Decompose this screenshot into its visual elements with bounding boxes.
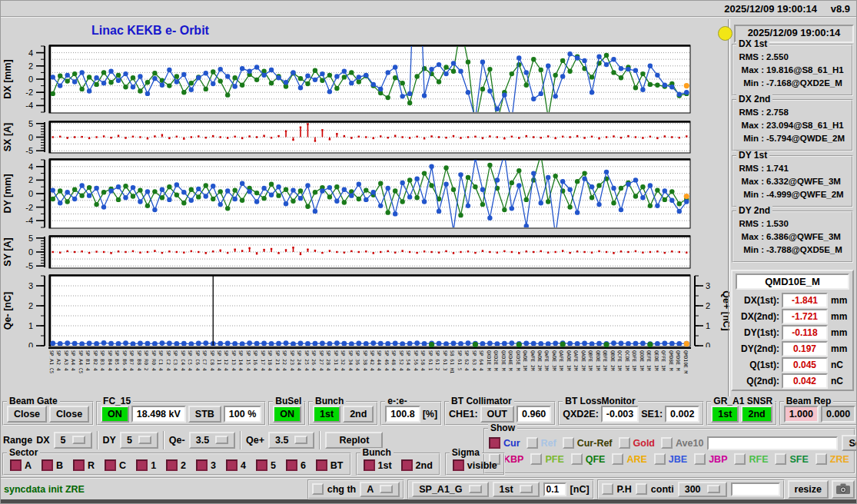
- points-select[interactable]: 300: [678, 482, 727, 497]
- sector-option: R: [73, 459, 95, 471]
- bunch-2nd-button[interactable]: 2nd: [343, 406, 374, 423]
- range-dy-select[interactable]: 5: [120, 432, 158, 449]
- bunch-checkbox[interactable]: [401, 459, 413, 471]
- ee-ratio-value: 100.8: [385, 406, 420, 423]
- chg-th-checkbox[interactable]: [312, 483, 324, 495]
- gr-a1-2nd-button[interactable]: 2nd: [741, 406, 772, 423]
- svg-text:5: 5: [28, 235, 33, 243]
- fc15-on-button[interactable]: ON: [101, 406, 129, 423]
- threshold-input[interactable]: [543, 482, 566, 496]
- bpm-label: QDFE_1M: [632, 350, 637, 395]
- beamline-checkbox[interactable]: [571, 453, 583, 465]
- fc15-percent-value: 100 %: [224, 406, 261, 423]
- bpm-label: SP_A2_4: [56, 350, 61, 395]
- beam-gate-close-button-2[interactable]: Close: [49, 406, 89, 423]
- sp-select[interactable]: SP_A1_G: [412, 482, 488, 497]
- sigma-label: visible: [467, 460, 497, 471]
- beamline-checkbox[interactable]: [734, 453, 746, 465]
- resize-button[interactable]: resize: [788, 480, 829, 499]
- bpm-label: SP_B5_4: [115, 350, 120, 395]
- sector-checkbox[interactable]: [136, 459, 148, 471]
- beamline-checkbox[interactable]: [654, 453, 666, 465]
- sector-label: BT: [331, 460, 344, 471]
- separator: [163, 431, 164, 449]
- conti-checkbox[interactable]: [636, 483, 647, 495]
- sector-checkbox[interactable]: [105, 459, 116, 471]
- beamline-checkbox[interactable]: [612, 453, 623, 465]
- show-checkbox[interactable]: [489, 437, 500, 449]
- status-message: syncdata init ZRE: [4, 484, 85, 495]
- show-option: Ave10: [661, 437, 703, 449]
- bpm-label: SP_22_4: [282, 350, 287, 395]
- monitor-row-unit: nC: [831, 376, 843, 386]
- monitor-row-unit: mm: [831, 311, 847, 322]
- stat-group-title: DY 2nd: [736, 206, 772, 215]
- beamline-checkbox[interactable]: [815, 453, 827, 465]
- group-title: Beam Gate: [7, 396, 60, 406]
- bpm-label: QXD2E_M: [493, 350, 499, 395]
- fc15-stb-button[interactable]: STB: [188, 406, 221, 423]
- bpm-label: SP_R0_2: [144, 350, 149, 395]
- sector-checkbox[interactable]: [286, 459, 297, 471]
- sector-checkbox[interactable]: [256, 459, 267, 471]
- separator: [319, 431, 321, 449]
- range-dx-select[interactable]: 5: [54, 432, 92, 449]
- monitor-row-label: Q(2nd):: [735, 376, 779, 386]
- gr-a1-1st-button[interactable]: 1st: [711, 406, 739, 423]
- monitor-row-unit: mm: [831, 295, 847, 306]
- sector-checkbox[interactable]: [166, 459, 178, 471]
- rms-value: 1.530: [766, 219, 789, 228]
- busel-on-button[interactable]: ON: [273, 406, 301, 423]
- chart-svg-qe: 3210Qe- [nC]3210Qe+ [nC]: [1, 274, 729, 347]
- sector-checkbox[interactable]: [196, 459, 208, 471]
- svg-text:Qe- [nC]: Qe- [nC]: [2, 292, 13, 330]
- beamline-checkbox[interactable]: [694, 453, 706, 465]
- bunch-select[interactable]: 1st: [493, 482, 540, 497]
- set-ref-button[interactable]: Set Ref: [842, 435, 857, 451]
- stat-group-title: DX 1st: [736, 39, 769, 48]
- monitor-row-label: DY(2nd):: [735, 343, 779, 354]
- monitor-row-value: 0.045: [782, 357, 828, 373]
- che1-out-button[interactable]: OUT: [480, 406, 514, 423]
- ref-name-input[interactable]: [707, 436, 838, 450]
- svg-text:0: 0: [706, 341, 710, 347]
- beam-gate-close-button-1[interactable]: Close: [7, 406, 47, 423]
- ph-checkbox[interactable]: [602, 483, 613, 495]
- bunch-checkbox[interactable]: [364, 459, 375, 471]
- range-qem-select[interactable]: 3.5: [189, 432, 235, 449]
- sigma-checkbox[interactable]: [453, 459, 464, 471]
- chart-svg-dx: 420-2-4DX [mm]: [1, 45, 729, 114]
- sector-option: A: [10, 459, 32, 471]
- beamline-checkbox[interactable]: [775, 453, 786, 465]
- svg-text:2: 2: [28, 175, 33, 184]
- bpm-label: QAFE_1M: [559, 350, 564, 395]
- beamline-checkbox[interactable]: [530, 453, 542, 465]
- sector-checkbox[interactable]: [42, 459, 53, 471]
- page-title: Linac KEKB e- Orbit: [91, 24, 209, 38]
- show-checkbox[interactable]: [661, 437, 673, 449]
- application-window: 2025/12/09 19:00:14 v8.9 Linac KEKB e- O…: [0, 0, 857, 504]
- threshold-box: SP_A1_G 1st [nC]: [407, 479, 593, 499]
- svg-text:0: 0: [28, 189, 33, 198]
- show-checkbox[interactable]: [526, 437, 538, 449]
- sector-option: 6: [286, 459, 306, 471]
- sector-checkbox[interactable]: [316, 459, 327, 471]
- bt-lossmonitor-group: BT LossMonitor QXD2E: -0.003 SE1: 0.002: [558, 401, 704, 426]
- svg-text:1: 1: [706, 321, 710, 330]
- bunch-1st-button[interactable]: 1st: [313, 406, 340, 423]
- range-qep-select[interactable]: 3.5: [268, 432, 314, 449]
- sector-select[interactable]: A: [360, 482, 400, 497]
- bpm-label: SP_21_4: [275, 350, 281, 395]
- x-axis-labels: SP_A1_C5SP_A2_4SP_A3_4SP_A4_4SP_A4_C5SP_…: [1, 350, 729, 395]
- sector-label: B: [56, 460, 63, 471]
- extra-input[interactable]: [731, 482, 780, 496]
- show-checkbox[interactable]: [563, 437, 574, 449]
- sector-checkbox[interactable]: [73, 459, 85, 471]
- svg-text:SX [A]: SX [A]: [2, 123, 13, 152]
- show-checkbox[interactable]: [619, 437, 630, 449]
- sector-checkbox[interactable]: [10, 459, 22, 471]
- sector-checkbox[interactable]: [226, 459, 238, 471]
- screenshot-button[interactable]: [832, 480, 855, 499]
- replot-button[interactable]: Replot: [325, 432, 383, 449]
- group-title: BT LossMonitor: [563, 396, 637, 406]
